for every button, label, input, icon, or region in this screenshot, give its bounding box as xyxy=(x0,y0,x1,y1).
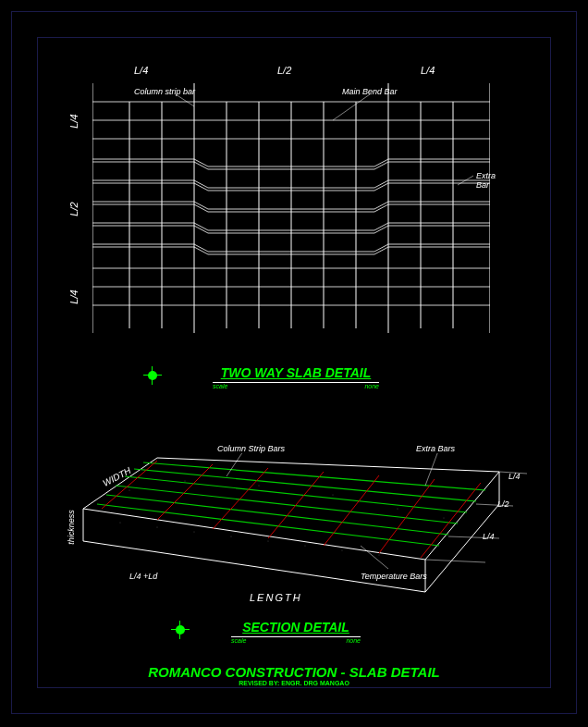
iso-svg xyxy=(74,453,536,610)
svg-point-33 xyxy=(259,486,260,487)
svg-point-24 xyxy=(157,527,158,528)
svg-point-25 xyxy=(194,532,195,533)
footer: ROMANCO CONSTRUCTION - SLAB DETAIL REVIS… xyxy=(0,664,588,686)
svg-point-36 xyxy=(444,518,445,519)
marker-icon xyxy=(148,371,157,380)
plan-view: L/4 L/2 L/4 L/4 L/2 L/4 Column strip bar… xyxy=(92,83,490,333)
svg-line-37 xyxy=(97,504,439,546)
svg-point-23 xyxy=(120,523,121,524)
title1-text: TWO WAY SLAB DETAIL xyxy=(166,365,425,380)
dim-left-1: L/4 xyxy=(68,114,80,128)
svg-point-35 xyxy=(398,509,398,510)
iso-col-strip: Column Strip Bars xyxy=(217,444,285,453)
svg-line-39 xyxy=(116,486,458,524)
footer-revised: REVISED BY: ENGR. DRG MANGAO xyxy=(0,680,588,686)
svg-point-30 xyxy=(379,555,380,556)
svg-point-32 xyxy=(185,481,186,482)
marker-icon-2 xyxy=(176,625,185,635)
svg-point-34 xyxy=(333,495,334,496)
dim-top-2: L/2 xyxy=(277,65,291,76)
scale-right-1: none xyxy=(364,383,379,389)
footer-main: ROMANCO CONSTRUCTION - SLAB DETAIL xyxy=(0,664,588,680)
title2-text: SECTION DETAIL xyxy=(194,620,398,635)
svg-line-20 xyxy=(176,94,194,106)
svg-line-43 xyxy=(102,461,157,509)
svg-line-40 xyxy=(125,476,467,512)
title-section: SECTION DETAIL scale none xyxy=(194,620,398,639)
svg-line-54 xyxy=(476,504,513,506)
dim-left-3: L/4 xyxy=(68,290,80,303)
dim-top-1: L/4 xyxy=(134,65,148,76)
iso-extra: Extra Bars xyxy=(416,444,455,453)
svg-point-28 xyxy=(305,546,306,547)
svg-line-44 xyxy=(157,464,213,520)
isometric-view: WIDTH thickness LENGTH L/4 +Ld Column St… xyxy=(74,453,518,610)
dim-left-2: L/2 xyxy=(68,202,80,216)
svg-point-29 xyxy=(342,550,343,551)
scale-line-1: scale none xyxy=(213,382,379,383)
svg-point-26 xyxy=(231,536,232,537)
scale-right-2: none xyxy=(346,637,361,644)
plan-svg xyxy=(92,83,490,333)
title-two-way: TWO WAY SLAB DETAIL scale none xyxy=(166,365,425,385)
svg-line-50 xyxy=(227,453,245,476)
dim-top-3: L/4 xyxy=(421,65,435,76)
scale-left-1: scale xyxy=(213,383,227,389)
svg-line-21 xyxy=(333,94,370,120)
svg-line-53 xyxy=(499,472,527,474)
scale-left-2: scale xyxy=(231,637,246,644)
svg-point-27 xyxy=(268,541,269,542)
svg-line-55 xyxy=(448,536,499,538)
svg-line-56 xyxy=(425,560,485,562)
svg-line-52 xyxy=(361,546,388,569)
svg-point-31 xyxy=(129,490,130,491)
scale-line-2: scale none xyxy=(231,636,361,637)
